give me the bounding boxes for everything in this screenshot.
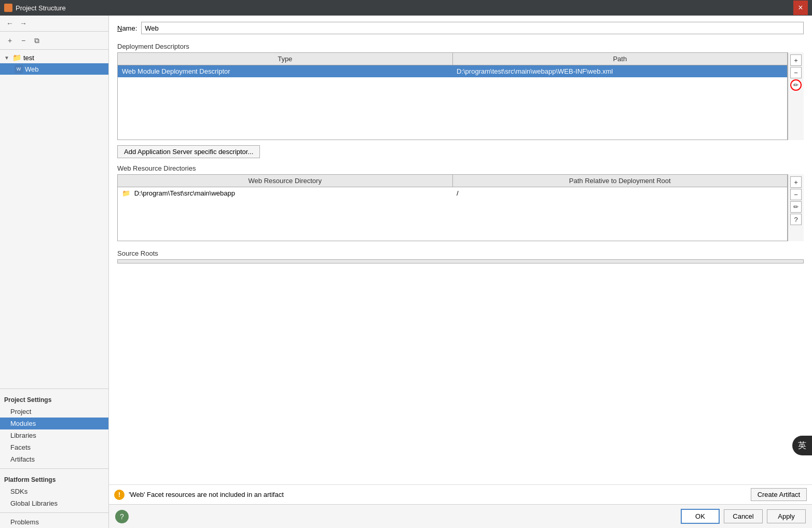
- forward-button[interactable]: →: [18, 18, 29, 29]
- ok-button[interactable]: OK: [681, 509, 720, 524]
- deployment-type-cell: Web Module Deployment Descriptor: [118, 65, 452, 78]
- source-roots-bar: [117, 259, 804, 263]
- source-roots-title: Source Roots: [117, 249, 804, 257]
- warning-text: 'Web' Facet resources are not included i…: [129, 491, 747, 498]
- module-tree: ▼ 📁 test W Web: [0, 50, 108, 385]
- platform-settings-header: Platform Settings: [0, 472, 108, 485]
- back-button[interactable]: ←: [4, 18, 16, 29]
- name-input[interactable]: [141, 22, 804, 34]
- sidebar-item-global-libraries[interactable]: Global Libraries: [0, 497, 108, 509]
- sidebar-item-sdks[interactable]: SDKs: [0, 485, 108, 497]
- add-server-descriptor-button[interactable]: Add Application Server specific descript…: [117, 145, 260, 158]
- table-row-empty: [118, 77, 787, 140]
- folder-small-icon: 📁: [122, 189, 130, 197]
- table-row-empty: [118, 199, 787, 241]
- web-resource-rel-path-cell: /: [452, 187, 787, 200]
- wrd-edit-button[interactable]: ✏: [790, 201, 802, 213]
- web-resource-table-container: Web Resource Directory Path Relative to …: [117, 174, 804, 241]
- sidebar-item-problems[interactable]: Problems: [0, 516, 108, 528]
- web-resource-table-wrapper: Web Resource Directory Path Relative to …: [117, 174, 788, 241]
- col-prd-header: Path Relative to Deployment Root: [452, 175, 787, 187]
- sidebar-toolbar: + − ⧉: [0, 32, 108, 50]
- apply-button[interactable]: Apply: [767, 509, 806, 523]
- wrd-add-button[interactable]: +: [790, 176, 802, 188]
- web-resource-section: Web Resource Directories Web Resource Di…: [117, 164, 804, 241]
- tree-arrow: ▼: [4, 55, 10, 61]
- table-row[interactable]: 📁 D:\program\Test\src\main\webapp /: [118, 187, 787, 200]
- sidebar: ← → + − ⧉ ▼ 📁 test W Web Project Setting…: [0, 16, 109, 528]
- help-button[interactable]: ?: [115, 510, 129, 523]
- ime-badge[interactable]: 英: [792, 436, 812, 455]
- deployment-descriptors-section: Deployment Descriptors Type Path: [117, 43, 804, 158]
- tree-item-test[interactable]: ▼ 📁 test: [0, 52, 108, 63]
- title-bar-text: Project Structure: [16, 4, 66, 12]
- close-button[interactable]: ×: [793, 1, 808, 15]
- deployment-path-cell: D:\program\test\src\main\webapp\WEB-INF\…: [452, 65, 787, 78]
- deployment-edit-button[interactable]: ✏: [790, 79, 802, 91]
- project-settings-header: Project Settings: [0, 392, 108, 406]
- app-icon: [4, 4, 12, 12]
- tree-item-web[interactable]: W Web: [0, 63, 108, 75]
- copy-module-button[interactable]: ⧉: [31, 35, 43, 46]
- web-module-icon: W: [15, 65, 23, 73]
- web-resource-table: Web Resource Directory Path Relative to …: [118, 175, 787, 241]
- sidebar-item-modules[interactable]: Modules: [0, 418, 108, 429]
- deployment-remove-button[interactable]: −: [790, 67, 802, 78]
- sidebar-item-libraries[interactable]: Libraries: [0, 429, 108, 441]
- add-module-button[interactable]: +: [4, 35, 16, 46]
- warning-bar: ! 'Web' Facet resources are not included…: [109, 484, 812, 504]
- remove-module-button[interactable]: −: [18, 35, 29, 46]
- sidebar-item-artifacts[interactable]: Artifacts: [0, 453, 108, 465]
- col-wrd-header: Web Resource Directory: [118, 175, 452, 187]
- name-row: Name:: [117, 22, 804, 34]
- web-resource-dir-cell: 📁 D:\program\Test\src\main\webapp: [118, 187, 452, 200]
- wrd-help-button[interactable]: ?: [790, 214, 802, 225]
- deployment-table-actions: + − ✏: [788, 52, 804, 140]
- deployment-table-container: Type Path Web Module Deployment Descript…: [117, 52, 804, 140]
- sidebar-item-project[interactable]: Project: [0, 406, 108, 418]
- deployment-add-button[interactable]: +: [790, 54, 802, 66]
- folder-icon: 📁: [12, 53, 21, 62]
- nav-arrows: ← →: [0, 16, 108, 32]
- deployment-table-wrapper: Type Path Web Module Deployment Descript…: [117, 52, 788, 140]
- warning-icon: !: [114, 490, 125, 500]
- sidebar-item-facets[interactable]: Facets: [0, 441, 108, 453]
- web-resource-title: Web Resource Directories: [117, 164, 804, 172]
- tree-item-web-label: Web: [25, 65, 39, 73]
- content-area: Name: Deployment Descriptors Type Path: [109, 16, 812, 528]
- table-row[interactable]: Web Module Deployment Descriptor D:\prog…: [118, 65, 787, 78]
- tree-item-label: test: [23, 54, 34, 62]
- name-label: Name:: [117, 24, 137, 32]
- source-roots-section: Source Roots: [117, 249, 804, 263]
- col-path-header: Path: [452, 53, 787, 65]
- wrd-remove-button[interactable]: −: [790, 189, 802, 200]
- content-inner: Name: Deployment Descriptors Type Path: [109, 16, 812, 484]
- web-resource-table-actions: + − ✏ ?: [788, 174, 804, 241]
- col-type-header: Type: [118, 53, 452, 65]
- deployment-table: Type Path Web Module Deployment Descript…: [118, 53, 787, 140]
- create-artifact-button[interactable]: Create Artifact: [751, 488, 807, 501]
- bottom-bar: ? OK Cancel Apply: [109, 504, 812, 528]
- deployment-descriptors-title: Deployment Descriptors: [117, 43, 804, 50]
- cancel-button[interactable]: Cancel: [724, 509, 763, 523]
- title-bar: Project Structure ×: [0, 0, 812, 16]
